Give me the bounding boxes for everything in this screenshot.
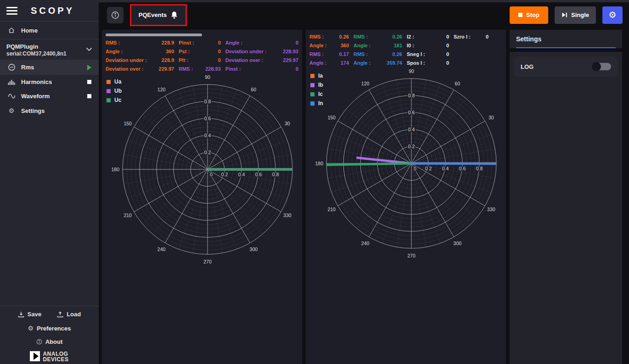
running-indicator-icon[interactable]: [87, 65, 91, 70]
legend-item[interactable]: Uc: [107, 95, 122, 105]
legend-label: Ub: [114, 88, 122, 94]
legend-item[interactable]: Ia: [310, 71, 323, 80]
measurement-label: I2 :: [407, 33, 414, 41]
legend-item[interactable]: Ic: [310, 90, 323, 99]
measurement: RMS :228.9: [106, 39, 174, 47]
gear-icon: ⚙: [7, 107, 16, 114]
content: RMS :228.9Angle :360Deviation under :228…: [99, 28, 629, 364]
sidebar-item-waveform[interactable]: Waveform: [0, 89, 99, 103]
preferences-button[interactable]: ⚙ Preferences: [0, 321, 99, 335]
measurement-label: RMS :: [309, 50, 324, 59]
legend-item[interactable]: In: [310, 99, 323, 108]
radial-tick-label: 0.4: [408, 127, 415, 132]
measurement-label: RMS :: [309, 33, 324, 41]
sidebar-plugin-header[interactable]: PQMPlugin serial:COM37,2400,8n1: [0, 39, 99, 60]
measurement-label: RMS :: [354, 50, 368, 59]
measurement-label: Pinst :: [225, 65, 241, 73]
settings-panel-title: Settings: [516, 35, 616, 47]
stopped-indicator-icon[interactable]: [87, 94, 91, 98]
current-legend: IaIbIcIn: [310, 71, 323, 108]
measurement-value: 360: [166, 47, 174, 56]
angle-tick-label: 30: [489, 115, 494, 120]
log-label: LOG: [521, 63, 534, 70]
legend-item[interactable]: Ua: [107, 77, 122, 86]
save-button[interactable]: Save: [18, 311, 41, 318]
angle-tick-label: 90: [205, 75, 210, 80]
chevron-down-icon[interactable]: [86, 45, 92, 53]
measurement-value: 174: [341, 59, 349, 67]
sidebar-item-home[interactable]: Home: [0, 22, 99, 39]
radial-tick-label: 0.4: [238, 172, 245, 177]
settings-underline: [516, 47, 616, 48]
sidebar-item-harmonics[interactable]: Harmonics: [0, 75, 99, 89]
measurement: Angle :360: [106, 47, 174, 56]
legend-color-swatch: [107, 80, 111, 84]
sidebar-item-label: Home: [21, 27, 38, 34]
sidebar-item-label: Waveform: [21, 93, 82, 100]
measurement-column: Pinst :0Pst :0Plt :0RMS :228.93: [179, 39, 221, 73]
measurement-label: Deviation over :: [225, 56, 264, 65]
measurement: Angle :0: [225, 39, 298, 47]
legend-item[interactable]: Ib: [310, 80, 323, 90]
measurement-value: 360: [341, 41, 349, 50]
measurement-value: 0: [446, 50, 449, 59]
sidebar-item-rms[interactable]: Rms: [0, 60, 99, 75]
about-button[interactable]: About: [0, 335, 99, 348]
pqevents-button[interactable]: PQEvents: [131, 6, 185, 25]
angle-tick-label: 150: [327, 115, 336, 120]
radial-tick-label: 0.2: [425, 166, 432, 171]
radial-tick-label: 0.2: [204, 150, 211, 155]
settings-panel-header: Settings: [510, 30, 622, 48]
main-area: PQEvents Stop Single ⚙: [99, 0, 629, 364]
toggle-knob: [592, 62, 601, 71]
angle-tick-label: 210: [124, 213, 132, 218]
legend-item[interactable]: Ub: [107, 86, 122, 95]
radial-tick-label: 0.8: [408, 93, 415, 98]
angle-tick-label: 330: [283, 213, 292, 218]
single-button[interactable]: Single: [555, 6, 596, 24]
angle-tick-label: 270: [203, 259, 212, 264]
angle-tick-label: 210: [327, 207, 336, 212]
phasor-Ic: [326, 163, 411, 165]
radial-tick-label: 0.8: [272, 172, 279, 177]
measurement: Deviation over :229.97: [225, 56, 298, 65]
legend-label: Ua: [114, 78, 121, 85]
hamburger-menu-icon[interactable]: [6, 5, 17, 17]
scopy-app: SCOPY Home PQMPlugin serial:COM37,2400,8…: [0, 0, 629, 364]
pqevents-highlight-annotation: PQEvents: [130, 4, 187, 26]
info-icon: [111, 11, 119, 19]
plot-settings-button[interactable]: ⚙: [602, 6, 623, 24]
measurement-label: RMS :: [354, 33, 368, 41]
stopped-indicator-icon[interactable]: [87, 80, 91, 84]
measurement: Deviation under :228.9: [106, 56, 174, 65]
home-icon: [7, 27, 16, 34]
radial-tick-label: 0: [414, 166, 416, 171]
measurement-value: 0.26: [393, 33, 402, 41]
log-toggle[interactable]: [593, 63, 611, 70]
phasor-In: [411, 163, 496, 164]
angle-tick-label: 30: [285, 121, 290, 126]
measurement-value: 0: [296, 65, 298, 73]
measurement-label: Szro I :: [454, 33, 471, 41]
sidebar-item-settings[interactable]: ⚙ Settings: [0, 103, 99, 118]
info-button[interactable]: [107, 7, 124, 23]
adi-triangle-icon: [30, 351, 40, 361]
voltage-chart-card: RMS :228.9Angle :360Deviation under :228…: [102, 30, 302, 364]
stop-button[interactable]: Stop: [510, 6, 548, 24]
measurement-label: Angle :: [354, 41, 371, 50]
voltage-chart-area: UaUbUc 03060901201501802102402703003300.…: [106, 75, 298, 361]
measurement-value: 0: [486, 33, 489, 41]
measurement: Spos I :0: [407, 59, 449, 67]
measurement-label: Spos I :: [407, 59, 425, 67]
measurement: Pinst :0: [225, 65, 298, 73]
waveform-icon: [7, 93, 16, 100]
load-button[interactable]: Load: [57, 311, 81, 318]
stop-square-icon: [518, 13, 522, 17]
measurement-label: Angle :: [309, 59, 326, 67]
measurement-label: Pinst :: [179, 39, 194, 47]
measurement-label: I0 :: [407, 41, 414, 50]
angle-tick-label: 300: [250, 246, 258, 252]
measurements-scrollbar[interactable]: [106, 34, 202, 36]
toolbar: PQEvents Stop Single ⚙: [99, 2, 629, 28]
upload-icon: [57, 311, 63, 318]
